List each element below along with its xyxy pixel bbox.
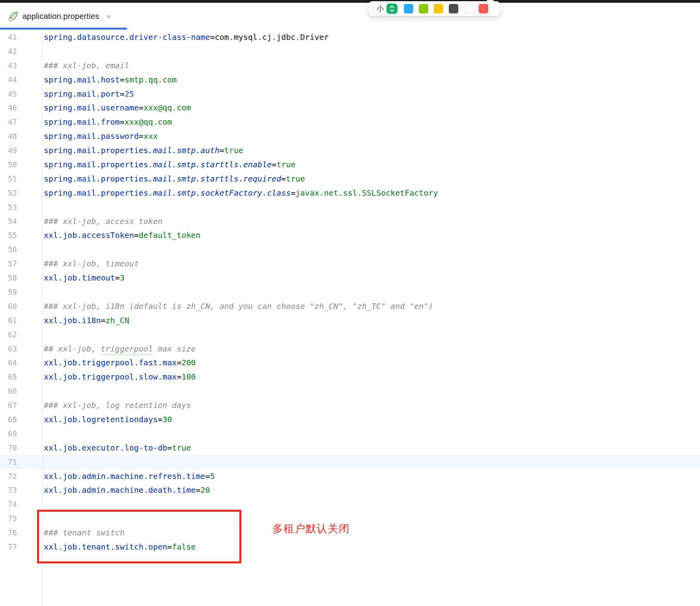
- code-line-52[interactable]: 52spring.mail.properties.mail.smtp.socke…: [0, 186, 700, 200]
- tab-bar: application.properties ×: [0, 3, 700, 30]
- code-line-46[interactable]: 46spring.mail.username=xxx@qq.com: [0, 101, 700, 115]
- swatch-red[interactable]: [479, 4, 488, 13]
- code-line-51[interactable]: 51spring.mail.properties.mail.smtp.start…: [0, 172, 700, 186]
- line-number: 68: [0, 415, 42, 424]
- line-number: 56: [0, 245, 42, 254]
- spring-leaf-icon: [8, 11, 19, 22]
- code-text: spring.mail.host=smtp.qq.com: [42, 75, 177, 84]
- code-line-48[interactable]: 48spring.mail.password=xxx: [0, 129, 700, 143]
- code-line-74[interactable]: 74: [0, 497, 700, 511]
- code-text: ### xxl-job, i18n (default is zh_CN, and…: [42, 301, 433, 311]
- red-annotation-rectangle: [37, 510, 241, 563]
- code-line-43[interactable]: 43### xxl-job, email: [0, 58, 700, 73]
- line-number: 71: [0, 458, 42, 466]
- code-line-66[interactable]: 66: [0, 384, 700, 398]
- code-text: xxl.job.i18n=zh_CN: [42, 316, 129, 325]
- code-line-72[interactable]: 72xxl.job.admin.machine.refresh.time=5: [0, 469, 700, 483]
- swatch-green[interactable]: [419, 4, 428, 13]
- editor-window: application.properties × 小 41spring.data…: [0, 0, 700, 606]
- code-text: spring.mail.properties.mail.smtp.auth=tr…: [42, 146, 243, 155]
- swatch-blue[interactable]: [404, 4, 413, 13]
- line-number: 47: [0, 118, 42, 126]
- line-number: 72: [0, 472, 42, 481]
- code-line-57[interactable]: 57### xxl-job, timeout: [0, 256, 700, 271]
- line-number: 52: [0, 189, 42, 197]
- line-number: 43: [0, 61, 42, 70]
- code-line-70[interactable]: 70xxl.job.executor.log-to-db=true: [0, 441, 700, 455]
- code-line-42[interactable]: 42: [0, 44, 700, 58]
- line-number: 60: [0, 302, 42, 310]
- stroke-size-control[interactable]: 小: [373, 2, 399, 15]
- code-line-63[interactable]: 63## xxl-job, triggerpool max size: [0, 342, 700, 356]
- code-line-55[interactable]: 55xxl.job.accessToken=default_token: [0, 228, 700, 242]
- code-line-41[interactable]: 41spring.datasource.driver-class-name=co…: [0, 30, 700, 44]
- line-number: 58: [0, 273, 42, 282]
- code-line-47[interactable]: 47spring.mail.from=xxx@qq.com: [0, 115, 700, 129]
- line-number: 41: [0, 33, 42, 41]
- code-text: ### xxl-job, access token: [42, 217, 162, 226]
- code-line-68[interactable]: 68xxl.job.logretentiondays=30: [0, 412, 700, 426]
- tab-application-properties[interactable]: application.properties ×: [0, 3, 119, 30]
- code-text: spring.datasource.driver-class-name=com.…: [42, 32, 329, 42]
- line-number: 74: [0, 500, 42, 509]
- code-line-65[interactable]: 65xxl.job.triggerpool.slow.max=100: [0, 370, 700, 384]
- line-number: 51: [0, 174, 42, 183]
- close-icon[interactable]: ×: [106, 12, 111, 21]
- code-text: xxl.job.timeout=3: [42, 273, 125, 282]
- line-number: 63: [0, 344, 42, 353]
- code-text: spring.mail.properties.mail.smtp.starttl…: [42, 174, 305, 183]
- code-text: xxl.job.executor.log-to-db=true: [42, 443, 191, 453]
- code-line-67[interactable]: 67### xxl-job, log retention days: [0, 398, 700, 412]
- line-number: 66: [0, 387, 42, 395]
- code-editor: 41spring.datasource.driver-class-name=co…: [0, 30, 700, 554]
- code-text: ### xxl-job, log retention days: [42, 400, 191, 410]
- code-text: spring.mail.properties.mail.smtp.socketF…: [42, 188, 438, 198]
- code-text: xxl.job.triggerpool.fast.max=200: [42, 358, 196, 367]
- swatch-yellow[interactable]: [434, 4, 443, 13]
- code-line-73[interactable]: 73xxl.job.admin.machine.death.time=20: [0, 483, 700, 498]
- code-line-62[interactable]: 62: [0, 327, 700, 342]
- line-number: 69: [0, 429, 42, 438]
- line-number: 75: [0, 514, 42, 523]
- line-number: 45: [0, 90, 42, 98]
- line-number: 65: [0, 372, 42, 381]
- code-line-69[interactable]: 69: [0, 426, 700, 441]
- code-line-50[interactable]: 50spring.mail.properties.mail.smtp.start…: [0, 157, 700, 172]
- top-black-bar: [0, 0, 700, 3]
- line-number: 77: [0, 542, 42, 551]
- red-annotation-label: 多租户默认关闭: [273, 522, 350, 536]
- code-text: ### xxl-job, timeout: [42, 259, 139, 268]
- line-number: 54: [0, 217, 42, 226]
- annotation-toolbar: 小: [369, 1, 500, 16]
- code-line-58[interactable]: 58xxl.job.timeout=3: [0, 271, 700, 285]
- code-text: spring.mail.from=xxx@qq.com: [42, 117, 172, 127]
- code-line-54[interactable]: 54### xxl-job, access token: [0, 214, 700, 228]
- stroke-size-value: 小: [374, 4, 386, 13]
- code-line-71[interactable]: 71: [0, 455, 700, 469]
- code-line-45[interactable]: 45spring.mail.port=25: [0, 87, 700, 101]
- code-line-49[interactable]: 49spring.mail.properties.mail.smtp.auth=…: [0, 143, 700, 157]
- active-tab-indicator: [0, 28, 127, 30]
- code-text: xxl.job.admin.machine.refresh.time=5: [42, 471, 215, 481]
- code-line-60[interactable]: 60### xxl-job, i18n (default is zh_CN, a…: [0, 299, 700, 313]
- code-line-53[interactable]: 53: [0, 200, 700, 214]
- line-number: 59: [0, 288, 42, 296]
- editor-lines: 41spring.datasource.driver-class-name=co…: [0, 30, 700, 554]
- line-number: 49: [0, 146, 42, 155]
- line-number: 61: [0, 316, 42, 325]
- code-line-64[interactable]: 64xxl.job.triggerpool.fast.max=200: [0, 355, 700, 370]
- line-number: 50: [0, 160, 42, 169]
- line-number: 48: [0, 132, 42, 140]
- code-line-44[interactable]: 44spring.mail.host=smtp.qq.com: [0, 73, 700, 87]
- code-text: ## xxl-job, triggerpool max size: [42, 344, 196, 354]
- size-stepper-button[interactable]: [386, 4, 398, 14]
- line-number: 76: [0, 528, 42, 537]
- swatch-dark-gray[interactable]: [449, 4, 458, 13]
- swatch-white[interactable]: [464, 4, 473, 13]
- code-text: xxl.job.admin.machine.death.time=20: [42, 485, 210, 495]
- code-text: spring.mail.password=xxx: [42, 131, 158, 141]
- code-line-56[interactable]: 56: [0, 242, 700, 256]
- line-number: 73: [0, 486, 42, 494]
- code-line-59[interactable]: 59: [0, 285, 700, 299]
- code-line-61[interactable]: 61xxl.job.i18n=zh_CN: [0, 313, 700, 327]
